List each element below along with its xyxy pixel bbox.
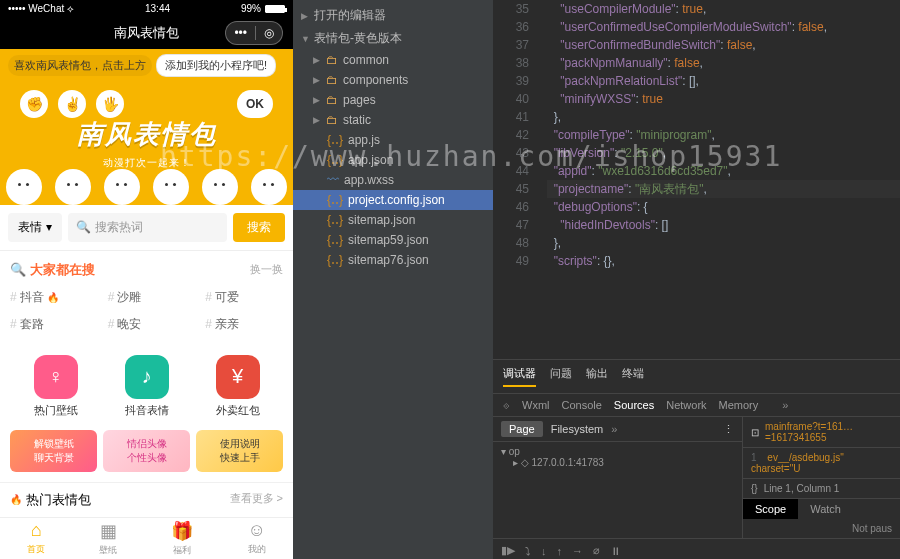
- hot-section: 🔍 大家都在搜 换一换 #抖音 🔥#沙雕#可爱#套路#晚安#亲亲: [0, 251, 293, 343]
- source-line: 1 ev__/asdebug.js" charset="U: [743, 448, 900, 478]
- battery-label: 99%: [241, 3, 261, 14]
- tabbar-item[interactable]: ▦壁纸: [99, 520, 117, 557]
- inspector-tab[interactable]: Wxml: [522, 399, 550, 411]
- wave-icon: 🖐: [96, 90, 124, 118]
- promo-banners: 解锁壁纸聊天背景情侣头像个性头像使用说明快速上手: [0, 430, 293, 482]
- capsule-close-icon[interactable]: ◎: [256, 22, 282, 44]
- hot-tag[interactable]: #抖音 🔥: [10, 289, 88, 306]
- tabbar-item[interactable]: 🎁福利: [171, 520, 193, 557]
- tabbar: ⌂首页▦壁纸🎁福利☺我的: [0, 517, 293, 559]
- tree-folder[interactable]: ▶🗀common: [293, 50, 493, 70]
- tree-file[interactable]: {‥}app.json: [293, 150, 493, 170]
- search-icon: 🔍: [10, 262, 26, 277]
- devtools-tab[interactable]: 终端: [622, 366, 644, 387]
- step-over-icon[interactable]: ⤵: [525, 545, 531, 557]
- tree-section[interactable]: ▶ 打开的编辑器: [293, 4, 493, 27]
- feature-tile[interactable]: ¥外卖红包: [216, 355, 260, 418]
- hero-banner: ✊ ✌ 🖐 OK 南风表情包 动漫打次一起来！: [0, 82, 293, 205]
- tree-file[interactable]: {‥}app.js: [293, 130, 493, 150]
- hot-sticker-section: 🔥 热门表情包 查看更多 >: [0, 482, 293, 517]
- tip-text-right: 添加到我的小程序吧!: [156, 54, 276, 77]
- filesystem-tab[interactable]: Filesystem: [551, 423, 604, 435]
- tabbar-item[interactable]: ☺我的: [247, 520, 265, 556]
- character-icon: [202, 169, 238, 205]
- tabbar-item[interactable]: ⌂首页: [27, 520, 45, 556]
- refresh-button[interactable]: 换一换: [250, 262, 283, 277]
- tree-root[interactable]: ▼ 表情包-黄色版本: [293, 27, 493, 50]
- inspect-icon[interactable]: ⟐: [503, 399, 510, 411]
- tree-folder[interactable]: ▶🗀pages: [293, 90, 493, 110]
- fire-icon: 🔥: [10, 494, 22, 505]
- hot-tag[interactable]: #套路: [10, 316, 88, 333]
- watch-tab[interactable]: Watch: [798, 499, 853, 519]
- chevron-down-icon: ▾: [46, 220, 52, 234]
- tree-file[interactable]: 〰app.wxss: [293, 170, 493, 190]
- step-in-icon[interactable]: ↓: [541, 545, 547, 557]
- nav-icon[interactable]: ⊡: [751, 427, 759, 438]
- tree-node[interactable]: ▸ ◇ 127.0.0.1:41783: [501, 457, 734, 468]
- hot-tag[interactable]: #晚安: [108, 316, 186, 333]
- caret-right-icon: ▶: [301, 11, 309, 21]
- time-label: 13:44: [145, 3, 170, 14]
- devtools-tab[interactable]: 调试器: [503, 366, 536, 387]
- peace-icon: ✌: [58, 90, 86, 118]
- file-explorer: ▶ 打开的编辑器 ▼ 表情包-黄色版本 ▶🗀common▶🗀components…: [293, 0, 493, 559]
- caret-down-icon: ▼: [301, 34, 309, 44]
- tree-file[interactable]: {‥}sitemap76.json: [293, 250, 493, 270]
- hot-tag[interactable]: #亲亲: [205, 316, 283, 333]
- tree-node[interactable]: ▾ op: [501, 446, 734, 457]
- feature-tile[interactable]: ♀热门壁纸: [34, 355, 78, 418]
- inspector-tab[interactable]: Console: [562, 399, 602, 411]
- feature-tile[interactable]: ♪抖音表情: [125, 355, 169, 418]
- menu-icon[interactable]: ⋮: [723, 423, 734, 436]
- add-tip-banner[interactable]: 喜欢南风表情包，点击上方 添加到我的小程序吧!: [0, 49, 293, 82]
- tree-file[interactable]: {‥}sitemap.json: [293, 210, 493, 230]
- devtools-tab[interactable]: 输出: [586, 366, 608, 387]
- tree-file[interactable]: {‥}project.config.json: [293, 190, 493, 210]
- phone-statusbar: ••••• WeChat ⟡ 13:44 99%: [0, 0, 293, 18]
- hot-tag[interactable]: #可爱: [205, 289, 283, 306]
- source-file[interactable]: mainframe?t=161…=1617341655: [765, 421, 892, 443]
- category-select[interactable]: 表情 ▾: [8, 213, 62, 242]
- hero-subtitle: 动漫打次一起来！: [103, 156, 191, 170]
- debug-controls: ▮▶ ⤵ ↓ ↑ → ⌀ ⏸: [493, 538, 900, 559]
- step-icon[interactable]: →: [572, 545, 583, 557]
- more-icon[interactable]: »: [782, 399, 788, 411]
- capsule-more-icon[interactable]: •••: [226, 22, 255, 44]
- section-title: 热门表情包: [26, 491, 91, 509]
- capsule-button[interactable]: ••• ◎: [225, 21, 283, 45]
- character-icon: [251, 169, 287, 205]
- promo-banner[interactable]: 使用说明快速上手: [196, 430, 283, 472]
- character-icon: [153, 169, 189, 205]
- scope-tab[interactable]: Scope: [743, 499, 798, 519]
- phone-preview: ••••• WeChat ⟡ 13:44 99% 南风表情包 ••• ◎ 喜欢南…: [0, 0, 293, 559]
- tree-file[interactable]: {‥}sitemap59.json: [293, 230, 493, 250]
- more-icon[interactable]: »: [611, 423, 617, 435]
- more-link[interactable]: 查看更多 >: [230, 491, 283, 509]
- promo-banner[interactable]: 情侣头像个性头像: [103, 430, 190, 472]
- carrier-label: WeChat: [28, 3, 64, 14]
- inspector-tab[interactable]: Network: [666, 399, 706, 411]
- deactivate-icon[interactable]: ⌀: [593, 544, 600, 557]
- cursor-position: Line 1, Column 1: [764, 483, 840, 494]
- search-input[interactable]: 🔍 搜索热词: [68, 213, 227, 242]
- character-icon: [104, 169, 140, 205]
- tree-folder[interactable]: ▶🗀static: [293, 110, 493, 130]
- devtools-tab[interactable]: 问题: [550, 366, 572, 387]
- braces-icon[interactable]: {}: [751, 483, 758, 494]
- hero-title: 南风表情包: [77, 117, 217, 152]
- hand-icon: ✊: [20, 90, 48, 118]
- search-button[interactable]: 搜索: [233, 213, 285, 242]
- step-out-icon[interactable]: ↑: [557, 545, 563, 557]
- tip-text-left: 喜欢南风表情包，点击上方: [8, 55, 152, 76]
- inspector-tab[interactable]: Sources: [614, 399, 654, 411]
- hot-tag[interactable]: #沙雕: [108, 289, 186, 306]
- feature-tiles: ♀热门壁纸♪抖音表情¥外卖红包: [0, 343, 293, 430]
- inspector-tab[interactable]: Memory: [719, 399, 759, 411]
- pause-icon[interactable]: ▮▶: [501, 544, 515, 557]
- pause-exc-icon[interactable]: ⏸: [610, 545, 621, 557]
- hot-title: 大家都在搜: [30, 261, 95, 279]
- tree-folder[interactable]: ▶🗀components: [293, 70, 493, 90]
- page-tab[interactable]: Page: [501, 421, 543, 437]
- promo-banner[interactable]: 解锁壁纸聊天背景: [10, 430, 97, 472]
